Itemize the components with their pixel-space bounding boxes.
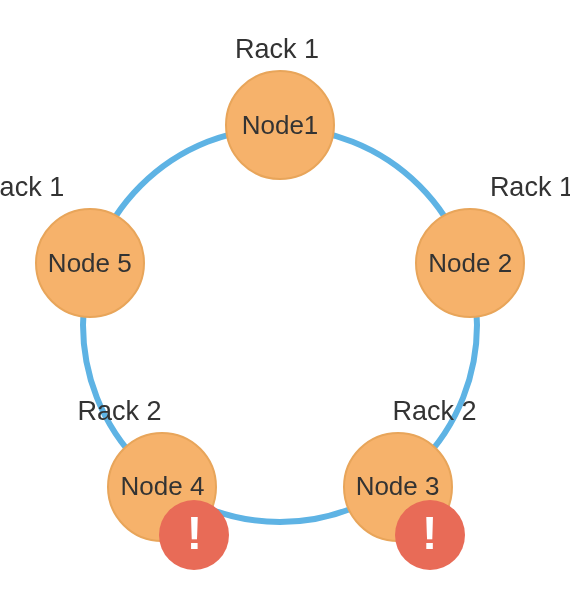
rack-label-node4: Rack 2 — [77, 396, 161, 427]
node5-label: Node 5 — [48, 248, 132, 279]
rack-label-node5: Rack 1 — [0, 172, 64, 203]
alert-glyph: ! — [187, 510, 202, 556]
ring-topology-diagram: Rack 1Node1Rack 1Node 2Rack 2Node 3!Rack… — [0, 0, 570, 614]
node2: Node 2 — [415, 208, 525, 318]
rack-label-node1: Rack 1 — [235, 34, 319, 65]
node2-label: Node 2 — [428, 248, 512, 279]
rack-label-node2: Rack 1 — [490, 172, 570, 203]
node5: Node 5 — [35, 208, 145, 318]
rack-label-node3: Rack 2 — [393, 396, 477, 427]
node3-label: Node 3 — [356, 471, 440, 502]
alert-icon-node3: ! — [395, 500, 465, 570]
node4-label: Node 4 — [121, 471, 205, 502]
alert-glyph: ! — [422, 510, 437, 556]
alert-icon-node4: ! — [159, 500, 229, 570]
node1-label: Node1 — [242, 110, 319, 141]
node1: Node1 — [225, 70, 335, 180]
